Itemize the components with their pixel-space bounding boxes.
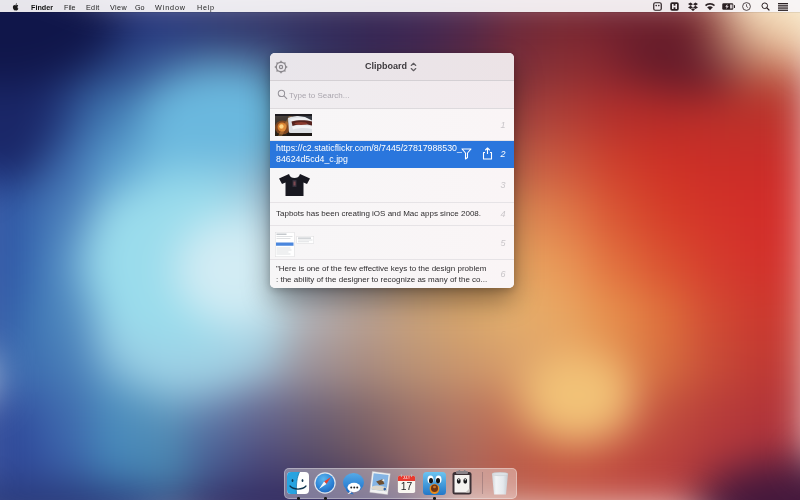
svg-text:JULY: JULY: [403, 476, 410, 480]
svg-text:17: 17: [401, 481, 413, 492]
